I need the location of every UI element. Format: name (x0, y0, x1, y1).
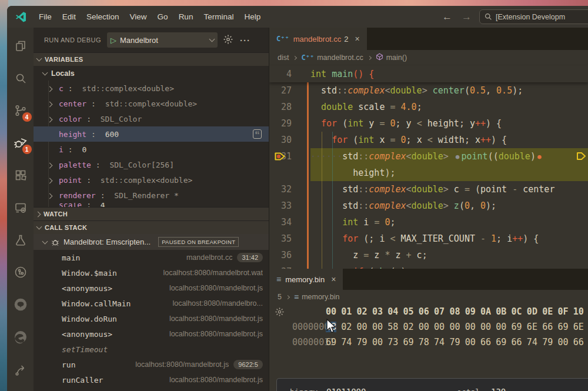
breadcrumb-item[interactable]: C⁺⁺mandelbrot.cc (301, 54, 363, 62)
line-number[interactable]: 33 (269, 200, 301, 211)
variable-row[interactable]: color: SDL_Color (34, 111, 269, 126)
hex-byte[interactable]: 00 (465, 337, 476, 347)
hex-byte[interactable]: 66 (480, 337, 491, 347)
variable-row[interactable]: i: 0 (34, 142, 269, 157)
hex-byte[interactable]: 00 (419, 322, 429, 332)
variable-row[interactable]: scale: 4 (34, 203, 269, 207)
stack-frame-row[interactable]: mainmandelbrot.cc31:42 (34, 250, 269, 265)
hex-byte[interactable]: 00 (372, 322, 383, 332)
github-icon[interactable] (11, 295, 31, 315)
hex-byte[interactable]: 69 (326, 337, 336, 347)
code-line[interactable]: 28 double scale = 4.0; (269, 99, 588, 115)
hex-byte[interactable]: 74 (341, 337, 352, 347)
variable-row[interactable]: c: std::complex<double> (34, 81, 269, 96)
hex-data-row[interactable]: 00000000580200005802000000000000696E6669… (269, 319, 588, 335)
graph-icon[interactable] (11, 262, 31, 282)
command-center-search[interactable]: [Extension Developm (479, 9, 588, 24)
code-line[interactable]: 37 if (abs(z) (269, 263, 588, 269)
source-control-icon[interactable]: 4 (11, 101, 31, 121)
watch-section-header[interactable]: WATCH (34, 207, 269, 220)
menu-item-file[interactable]: File (34, 10, 57, 24)
search-icon[interactable] (11, 68, 31, 88)
more-actions-icon[interactable]: ··· (240, 35, 250, 45)
tab-mandelbrot-cc[interactable]: C⁺⁺ mandelbrot.cc2 × (269, 28, 367, 50)
debug-session-row[interactable]: Mandelbrot: Emscripten... PAUSED ON BREA… (34, 234, 269, 250)
variable-row[interactable]: point: std::complex<double> (34, 172, 269, 188)
hex-byte[interactable]: 00 (496, 322, 506, 332)
breadcrumb-item[interactable]: ≡memory.bin (294, 292, 340, 302)
hex-byte[interactable]: 78 (419, 337, 429, 347)
stack-frame-row[interactable]: Window.$mainlocalhost:8080/mandelbrot.wa… (34, 265, 269, 280)
hex-editor[interactable]: 000102030405060708090A0B0C0D0E0F10Decode… (269, 304, 588, 391)
close-icon[interactable]: × (331, 275, 336, 284)
code-line[interactable]: 35 for (; i < MAX_ITER_COUNT - 1; i++) { (269, 230, 588, 247)
code-line[interactable]: 27 std::complex<double> center(0.5, 0.5)… (269, 82, 588, 99)
menu-item-edit[interactable]: Edit (57, 10, 81, 24)
code-line[interactable]: 34 int i = 0; (269, 214, 588, 230)
breadcrumb-item[interactable]: dist (278, 54, 289, 62)
explorer-icon[interactable] (11, 36, 31, 56)
stack-frame-row[interactable]: runCallerlocalhost:8080/mandelbrot.js (34, 372, 269, 387)
variable-row[interactable]: height: 60001 (34, 126, 269, 142)
call-stack-section-header[interactable]: CALL STACK (34, 220, 269, 234)
code-editor[interactable]: 27 std::complex<double> center(0.5, 0.5)… (269, 82, 588, 269)
code-line[interactable]: 29 for (int y = 0; y < height; y++) { (269, 115, 588, 132)
hex-byte[interactable]: 00 (557, 337, 568, 347)
binary-edit-icon[interactable]: 01 (253, 129, 262, 139)
navigate-forward-icon[interactable]: → (462, 11, 472, 23)
variable-row[interactable]: center: std::complex<double> (34, 96, 269, 111)
variables-section-header[interactable]: VARIABLES (34, 52, 269, 66)
hex-byte[interactable]: 00 (449, 322, 460, 332)
hex-byte[interactable]: 69 (557, 322, 568, 332)
menu-item-help[interactable]: Help (239, 10, 266, 24)
menu-item-selection[interactable]: Selection (81, 10, 125, 24)
extensions-icon[interactable] (11, 165, 31, 185)
code-line[interactable]: 33 std::complex<double> z(0, 0); (269, 198, 588, 214)
hex-byte[interactable]: 69 (512, 322, 522, 332)
close-icon[interactable]: × (355, 34, 360, 44)
hex-byte[interactable]: 69 (403, 337, 413, 347)
hex-byte[interactable]: 74 (527, 337, 537, 347)
hex-byte[interactable]: 6E (527, 322, 537, 332)
variable-row[interactable]: renderer: SDL_Renderer * (34, 188, 269, 203)
hex-byte[interactable]: 02 (341, 322, 352, 332)
breadcrumb-item[interactable]: main() (376, 53, 407, 62)
current-breakpoint-arrow-icon[interactable] (274, 152, 286, 163)
hex-byte[interactable]: 74 (434, 337, 445, 347)
menu-item-view[interactable]: View (125, 10, 152, 24)
code-line[interactable]: 31······std::complex<double> ●point((dou… (269, 148, 588, 165)
gear-icon[interactable] (269, 308, 289, 316)
inline-run-to-line-icon[interactable] (576, 152, 586, 163)
code-line[interactable]: 36 z = z * z + c; (269, 247, 588, 263)
navigate-back-icon[interactable]: ← (442, 11, 452, 23)
stack-frame-row[interactable]: runlocalhost:8080/mandelbrot.js9622:5 (34, 357, 269, 372)
hex-byte[interactable]: 79 (357, 337, 368, 347)
hex-byte[interactable]: 02 (403, 322, 413, 332)
hex-byte[interactable]: 00 (480, 322, 491, 332)
start-debug-icon[interactable]: ▷ (111, 36, 116, 45)
hex-byte[interactable]: 79 (542, 337, 553, 347)
hex-byte[interactable]: 66 (573, 337, 584, 347)
line-number[interactable]: 27 (269, 85, 301, 96)
line-number[interactable]: 28 (269, 102, 301, 112)
stack-frame-row[interactable]: <anonymous>localhost:8080/mandelbrot.js (34, 326, 269, 342)
menu-item-go[interactable]: Go (152, 10, 173, 24)
live-share-icon[interactable] (11, 359, 31, 379)
hex-byte[interactable]: 00 (357, 322, 368, 332)
line-number[interactable]: 29 (269, 118, 301, 129)
hex-byte[interactable]: 00 (434, 322, 445, 332)
stack-frame-row[interactable]: <anonymous>localhost:8080/mandelbrot.js (34, 280, 269, 296)
hex-byte[interactable]: 58 (387, 322, 398, 332)
menu-item-terminal[interactable]: Terminal (198, 10, 239, 24)
stack-frame-row[interactable]: setTimeout (34, 342, 269, 357)
line-number[interactable]: 35 (269, 233, 301, 244)
hex-data-row[interactable]: 0000001169747900736978747900666966747900… (269, 335, 588, 350)
hex-byte[interactable]: 00 (465, 322, 476, 332)
debug-config-dropdown[interactable]: ▷ Mandelbrot (107, 32, 218, 48)
tab-memory-bin[interactable]: ≡ memory.bin × (269, 269, 343, 290)
sticky-scroll-line[interactable]: 4int main() { (269, 65, 588, 82)
line-number[interactable]: 36 (269, 250, 301, 260)
code-line[interactable]: 30 for (int x = 0; x < width; x++) { (269, 132, 588, 148)
hex-byte[interactable]: 79 (449, 337, 460, 347)
hex-byte[interactable]: 6E (573, 322, 584, 332)
